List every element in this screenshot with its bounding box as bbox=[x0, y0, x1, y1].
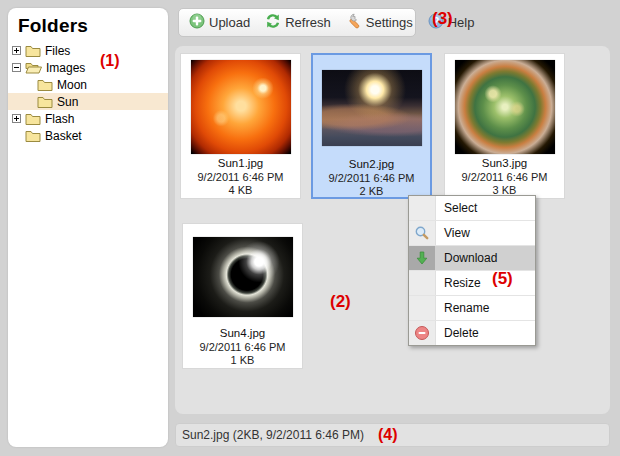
expand-plus-icon[interactable] bbox=[12, 46, 21, 55]
file-name: Sun2.jpg bbox=[313, 158, 430, 172]
annotation-4: (4) bbox=[378, 427, 398, 443]
download-arrow-icon bbox=[414, 250, 430, 266]
folder-icon bbox=[25, 44, 41, 57]
menu-item-label: Download bbox=[444, 251, 497, 265]
file-date: 9/2/2011 6:46 PM bbox=[313, 172, 430, 186]
wrench-icon bbox=[346, 13, 362, 32]
file-date: 9/2/2011 6:46 PM bbox=[183, 341, 302, 355]
collapse-minus-icon[interactable] bbox=[12, 63, 21, 72]
file-card-sun1[interactable]: Sun1.jpg 9/2/2011 6:46 PM 4 KB bbox=[180, 53, 301, 199]
menu-item-label: Delete bbox=[444, 326, 479, 340]
file-card-sun3[interactable]: Sun3.jpg 9/2/2011 6:46 PM 3 KB bbox=[444, 53, 565, 199]
magnifier-icon bbox=[414, 225, 430, 241]
context-menu: Select View Download Resize Rename Delet… bbox=[408, 195, 536, 346]
tree-item-flash[interactable]: Flash bbox=[8, 110, 168, 127]
upload-button[interactable]: Upload bbox=[189, 13, 250, 32]
file-manager-window: Folders Files bbox=[0, 0, 620, 456]
file-name: Sun3.jpg bbox=[445, 157, 564, 171]
refresh-label: Refresh bbox=[285, 15, 331, 30]
folders-title: Folders bbox=[8, 8, 168, 39]
menu-item-label: Resize bbox=[444, 276, 481, 290]
menu-item-label: View bbox=[444, 226, 470, 240]
sun1-thumbnail[interactable] bbox=[191, 60, 291, 154]
tree-item-files[interactable]: Files bbox=[8, 42, 168, 59]
tree-item-label[interactable]: Flash bbox=[45, 112, 74, 126]
folders-sidebar: Folders Files bbox=[8, 8, 168, 447]
refresh-icon bbox=[265, 13, 281, 32]
upload-icon bbox=[189, 13, 205, 32]
menu-item-resize[interactable]: Resize bbox=[409, 270, 535, 295]
menu-item-download-highlighted[interactable]: Download bbox=[409, 245, 535, 270]
file-name: Sun4.jpg bbox=[183, 327, 302, 341]
sun2-thumbnail[interactable] bbox=[322, 70, 422, 146]
folder-icon bbox=[25, 112, 41, 125]
expand-plus-icon[interactable] bbox=[12, 114, 21, 123]
file-list-panel: Sun1.jpg 9/2/2011 6:46 PM 4 KB Sun2.jpg … bbox=[175, 46, 610, 414]
annotation-5: (5) bbox=[492, 271, 513, 287]
tree-item-label[interactable]: Files bbox=[45, 44, 70, 58]
status-text: Sun2.jpg (2KB, 9/2/2011 6:46 PM) bbox=[182, 428, 364, 442]
toolbar: Upload Refresh Settings ? Help bbox=[178, 8, 416, 37]
tree-item-label[interactable]: Images bbox=[46, 61, 85, 75]
tree-item-label[interactable]: Basket bbox=[45, 129, 82, 143]
file-name: Sun1.jpg bbox=[181, 157, 300, 171]
delete-icon bbox=[414, 325, 430, 341]
refresh-button[interactable]: Refresh bbox=[265, 13, 331, 32]
file-card-sun4[interactable]: Sun4.jpg 9/2/2011 6:46 PM 1 KB bbox=[182, 223, 303, 369]
file-size: 1 KB bbox=[183, 354, 302, 368]
tree-item-label[interactable]: Sun bbox=[57, 95, 78, 109]
menu-item-label: Select bbox=[444, 201, 477, 215]
sun3-thumbnail[interactable] bbox=[455, 60, 555, 154]
file-date: 9/2/2011 6:46 PM bbox=[181, 171, 300, 185]
tree-item-moon[interactable]: Moon bbox=[8, 76, 168, 93]
menu-item-rename[interactable]: Rename bbox=[409, 295, 535, 320]
annotation-2: (2) bbox=[330, 294, 351, 310]
tree-item-basket[interactable]: Basket bbox=[8, 127, 168, 144]
annotation-3: (3) bbox=[432, 11, 453, 27]
folder-icon bbox=[37, 95, 53, 108]
menu-item-select[interactable]: Select bbox=[409, 196, 535, 220]
tree-item-label[interactable]: Moon bbox=[57, 78, 87, 92]
menu-item-view[interactable]: View bbox=[409, 220, 535, 245]
menu-item-label: Rename bbox=[444, 301, 489, 315]
tree-item-images[interactable]: Images bbox=[8, 59, 168, 76]
file-size: 4 KB bbox=[181, 184, 300, 198]
status-bar: Sun2.jpg (2KB, 9/2/2011 6:46 PM) (4) bbox=[175, 423, 610, 447]
open-folder-icon bbox=[25, 61, 42, 74]
folder-tree: Files Images Moon bbox=[8, 42, 168, 144]
annotation-1: (1) bbox=[100, 53, 120, 69]
file-date: 9/2/2011 6:46 PM bbox=[445, 171, 564, 185]
file-card-sun2-selected[interactable]: Sun2.jpg 9/2/2011 6:46 PM 2 KB bbox=[311, 53, 432, 199]
folder-icon bbox=[25, 129, 41, 142]
folder-icon bbox=[37, 78, 53, 91]
settings-button[interactable]: Settings bbox=[346, 13, 413, 32]
tree-item-sun[interactable]: Sun bbox=[8, 93, 168, 110]
settings-label: Settings bbox=[366, 15, 413, 30]
upload-label: Upload bbox=[209, 15, 250, 30]
sun4-thumbnail[interactable] bbox=[193, 237, 293, 317]
menu-item-delete[interactable]: Delete bbox=[409, 320, 535, 345]
